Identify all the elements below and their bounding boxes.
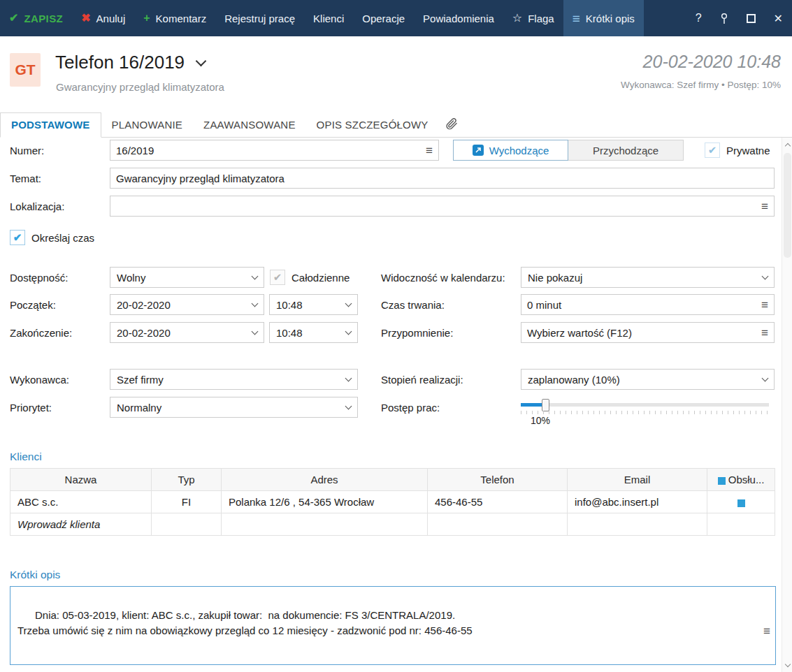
maximize-button[interactable] (737, 0, 765, 36)
client-phone-cell: 456-46-55 (428, 491, 568, 513)
client-serviced-cell[interactable] (707, 491, 775, 513)
pin-button[interactable] (711, 0, 737, 36)
maximize-icon (747, 14, 756, 23)
executor-row: Wykonawca: Szef firmy Stopień realizacji… (10, 369, 782, 390)
tab-bar: PODSTAWOWE PLANOWANIE ZAAWANSOWANE OPIS … (0, 112, 792, 138)
flag-label: Flaga (528, 13, 554, 24)
all-day-checkbox[interactable]: ✔ Całodzienne (270, 270, 350, 285)
table-row[interactable]: Wprowadź klienta (10, 513, 775, 536)
list-icon: ≡ (573, 12, 580, 25)
col-email[interactable]: Email (568, 469, 707, 491)
attachments-button[interactable] (439, 116, 464, 137)
menu-icon[interactable]: ≡ (761, 299, 768, 311)
subject-label: Temat: (10, 173, 110, 184)
chevron-down-icon (252, 300, 259, 307)
help-button[interactable]: ? (686, 0, 711, 36)
chevron-down-icon (345, 300, 352, 307)
clients-section-title: Klienci (10, 451, 782, 463)
end-date-select[interactable]: 20-02-2020 (110, 322, 264, 343)
cancel-button[interactable]: ✖ Anuluj (72, 0, 134, 36)
tab-podstawowe[interactable]: PODSTAWOWE (0, 112, 101, 138)
outgoing-call-icon (473, 145, 484, 156)
private-checkbox[interactable]: ✔ Prywatne (705, 143, 770, 158)
priority-select[interactable]: Normalny (110, 397, 358, 418)
start-time-select[interactable]: 10:48 (269, 294, 358, 315)
completion-select[interactable]: zaplanowany (10%) (521, 369, 775, 390)
number-input[interactable]: 16/2019 ≡ (110, 140, 439, 161)
end-time-select[interactable]: 10:48 (269, 322, 358, 343)
location-input[interactable]: ≡ (110, 196, 775, 217)
title-chevron-down-icon[interactable] (196, 56, 207, 67)
flag-icon: ☆ (512, 13, 522, 24)
col-adres[interactable]: Adres (222, 469, 428, 491)
scrollbar-thumb[interactable] (784, 153, 791, 258)
progress-percent-label: 10% (531, 415, 550, 426)
duration-input[interactable]: 0 minut ≡ (521, 294, 775, 315)
start-date-select[interactable]: 20-02-2020 (110, 294, 264, 315)
serviced-checkbox-icon (737, 499, 745, 507)
all-day-label: Całodzienne (291, 272, 350, 284)
flag-button[interactable]: ☆ Flaga (503, 0, 563, 36)
progress-track[interactable] (521, 403, 769, 407)
scroll-down-button[interactable] (782, 659, 792, 671)
header-datetime: 20-02-2020 10:48 (643, 52, 781, 72)
client-email-cell: info@abc.insert.pl (568, 491, 707, 513)
number-value: 16/2019 (116, 145, 154, 156)
gt-badge: GT (10, 53, 41, 87)
executor-select[interactable]: Szef firmy (110, 369, 358, 390)
progress-slider[interactable]: 10% (521, 397, 769, 418)
availability-select[interactable]: Wolny (110, 267, 264, 288)
chevron-down-icon (762, 273, 769, 280)
start-label: Początek: (10, 299, 110, 311)
start-row: Początek: 20-02-2020 10:48 Czas trwania:… (10, 294, 782, 315)
client-type-cell: FI (152, 491, 222, 513)
menu-icon[interactable]: ≡ (763, 625, 770, 637)
page-subtitle: Gwarancyjny przegląd klimatyzatora (56, 81, 224, 93)
short-description-textarea[interactable]: Dnia: 05-03-2019, klient: ABC s.c., zaku… (10, 586, 776, 665)
pin-icon (720, 13, 728, 24)
start-date-value: 20-02-2020 (117, 299, 171, 311)
tab-opis-szczegolowy[interactable]: OPIS SZCZEGÓŁOWY (306, 113, 439, 137)
save-button[interactable]: ✔ ZAPISZ (0, 0, 72, 36)
register-work-button[interactable]: Rejestruj pracę (215, 0, 304, 36)
table-row[interactable]: ABC s.c. FI Polanka 12/6 , 54-365 Wrocła… (10, 491, 775, 513)
end-date-value: 20-02-2020 (117, 327, 171, 339)
operations-button[interactable]: Operacje (353, 0, 414, 36)
col-nazwa[interactable]: Nazwa (10, 469, 152, 491)
define-time-checkbox[interactable]: ✔ Określaj czas (10, 230, 94, 245)
reminder-input[interactable]: Wybierz wartość (F12) ≡ (521, 322, 775, 343)
incoming-toggle[interactable]: Przychodzące (568, 140, 684, 161)
end-time-value: 10:48 (276, 327, 303, 339)
comment-button[interactable]: + Komentarz (134, 0, 215, 36)
private-check-icon: ✔ (705, 143, 720, 158)
col-typ[interactable]: Typ (152, 469, 222, 491)
subject-input[interactable]: Gwarancyjny przegląd klimatyzatora (110, 168, 775, 189)
priority-label: Priorytet: (10, 402, 110, 414)
chevron-down-icon (784, 661, 790, 666)
tab-planowanie[interactable]: PLANOWANIE (101, 113, 193, 137)
new-client-input[interactable]: Wprowadź klienta (10, 513, 152, 536)
cancel-icon: ✖ (81, 13, 90, 24)
executor-label: Wykonawca: (10, 374, 110, 386)
col-obslugiwany[interactable]: Obsłu... (707, 469, 775, 491)
menu-icon[interactable]: ≡ (761, 200, 768, 212)
menu-icon[interactable]: ≡ (761, 327, 768, 339)
tab-zaawansowane[interactable]: ZAAWANSOWANE (193, 113, 306, 137)
short-description-button[interactable]: ≡ Krótki opis (563, 0, 644, 36)
vertical-scrollbar[interactable] (782, 138, 792, 672)
empty-cell (222, 513, 428, 536)
menu-icon[interactable]: ≡ (426, 145, 433, 156)
define-time-label: Określaj czas (31, 232, 94, 244)
close-button[interactable]: ✕ (765, 0, 792, 36)
progress-ticks (521, 411, 769, 414)
col-telefon[interactable]: Telefon (428, 469, 568, 491)
outgoing-toggle[interactable]: Wychodzące (453, 140, 568, 161)
empty-cell (152, 513, 222, 536)
clients-button[interactable]: Klienci (304, 0, 353, 36)
calendar-visibility-select[interactable]: Nie pokazuj (521, 267, 775, 288)
notifications-button[interactable]: Powiadomienia (414, 0, 503, 36)
scroll-up-button[interactable] (782, 139, 792, 150)
number-label: Numer: (10, 145, 110, 156)
save-label: ZAPISZ (24, 13, 63, 24)
progress-handle[interactable] (542, 399, 549, 411)
